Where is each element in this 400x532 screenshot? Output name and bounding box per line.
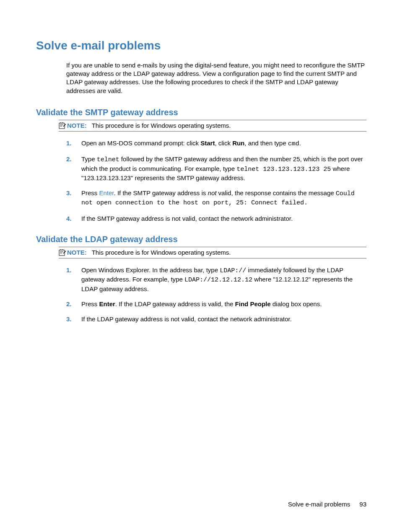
footer-page-number: 93 xyxy=(359,501,366,508)
step-item: 3.If the LDAP gateway address is not val… xyxy=(66,315,366,323)
step-item: 1.Open an MS-DOS command prompt: click S… xyxy=(66,139,366,148)
step-body: Open Windows Explorer. In the address ba… xyxy=(81,266,366,293)
ldap-steps: 1.Open Windows Explorer. In the address … xyxy=(66,266,366,323)
note-text: This procedure is for Windows operating … xyxy=(92,121,231,130)
note-text: This procedure is for Windows operating … xyxy=(92,248,231,257)
page-title: Solve e-mail problems xyxy=(36,38,366,54)
step-number: 1. xyxy=(66,266,81,293)
smtp-steps: 1.Open an MS-DOS command prompt: click S… xyxy=(66,139,366,223)
intro-paragraph: If you are unable to send e-mails by usi… xyxy=(66,61,366,95)
step-body: Press Enter. If the SMTP gateway address… xyxy=(81,189,366,208)
step-item: 2.Type telnet followed by the SMTP gatew… xyxy=(66,155,366,182)
step-item: 4.If the SMTP gateway address is not val… xyxy=(66,214,366,223)
ldap-heading: Validate the LDAP gateway address xyxy=(36,234,366,245)
footer-section: Solve e-mail problems xyxy=(288,501,350,508)
step-number: 1. xyxy=(66,139,81,148)
step-item: 2.Press Enter. If the LDAP gateway addre… xyxy=(66,300,366,308)
note-label: NOTE: xyxy=(67,121,87,130)
step-number: 3. xyxy=(66,189,81,208)
step-number: 3. xyxy=(66,315,81,323)
step-body: If the SMTP gateway address is not valid… xyxy=(81,214,366,223)
note-icon xyxy=(59,249,66,256)
note-label: NOTE: xyxy=(67,248,87,257)
smtp-note: NOTE: This procedure is for Windows oper… xyxy=(59,120,366,132)
step-number: 2. xyxy=(66,300,81,308)
ldap-note: NOTE: This procedure is for Windows oper… xyxy=(59,247,366,258)
step-body: Open an MS-DOS command prompt: click Sta… xyxy=(81,139,366,148)
step-number: 2. xyxy=(66,155,81,182)
step-number: 4. xyxy=(66,214,81,223)
step-body: Type telnet followed by the SMTP gateway… xyxy=(81,155,366,182)
step-body: If the LDAP gateway address is not valid… xyxy=(81,315,366,323)
smtp-heading: Validate the SMTP gateway address xyxy=(36,107,366,118)
step-item: 3.Press Enter. If the SMTP gateway addre… xyxy=(66,189,366,208)
note-icon xyxy=(59,122,66,129)
step-item: 1.Open Windows Explorer. In the address … xyxy=(66,266,366,293)
page-footer: Solve e-mail problems 93 xyxy=(288,500,366,509)
step-body: Press Enter. If the LDAP gateway address… xyxy=(81,300,366,308)
